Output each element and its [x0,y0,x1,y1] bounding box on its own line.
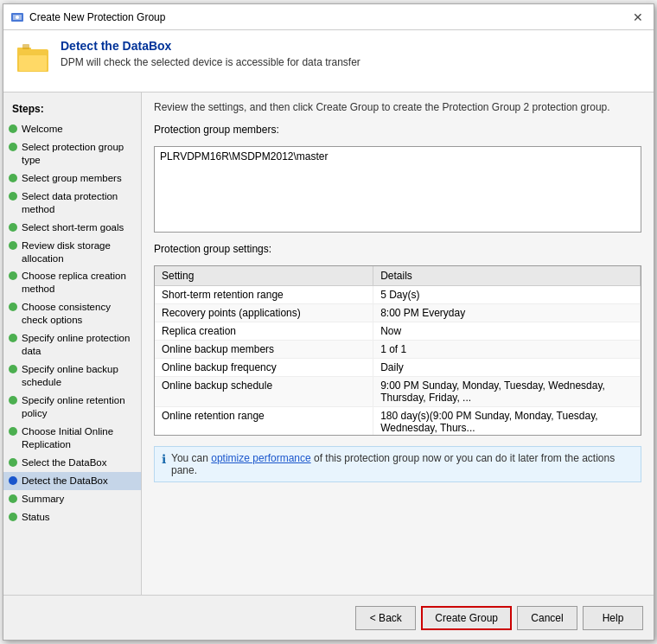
settings-row-details-3: 1 of 1 [373,341,641,359]
settings-row-details-4: Daily [373,359,641,377]
sidebar-item-online-backup-schedule[interactable]: Specify online backup schedule [3,360,141,392]
sidebar-item-label-welcome: Welcome [22,123,134,136]
title-bar-text: Create New Protection Group [29,11,165,23]
settings-row-details-2: Now [373,322,641,341]
sidebar-item-label-select-databox: Select the DataBox [22,456,134,469]
dot-group-members [9,174,17,182]
settings-row-details-1: 8:00 PM Everyday [373,304,641,322]
info-bar: ℹ You can optimize performance of this p… [154,446,641,482]
sidebar-item-select-databox[interactable]: Select the DataBox [3,454,141,472]
sidebar-item-label-replica: Choose replica creation method [22,270,134,296]
dot-online-backup-schedule [9,365,17,373]
dot-online-protection [9,334,17,342]
title-bar-left: Create New Protection Group [10,10,165,24]
sidebar-item-label-group-type: Select protection group type [22,141,134,167]
settings-row-setting-3: Online backup members [155,341,373,359]
sidebar-item-welcome[interactable]: Welcome [3,120,141,138]
info-text: You can optimize performance of this pro… [171,452,634,476]
footer: < Back Create Group Cancel Help [3,595,654,640]
members-value: PLRVDPM16R\MSDPM2012\master [160,150,328,163]
svg-rect-7 [22,44,29,49]
main-content: Steps: Welcome Select protection group t… [3,92,654,595]
members-label: Protection group members: [154,124,641,136]
sidebar-item-group-type[interactable]: Select protection group type [3,138,141,169]
svg-point-2 [16,16,19,19]
sidebar-item-detect-databox[interactable]: Detect the DataBox [3,472,141,490]
sidebar-item-status[interactable]: Status [3,508,141,526]
sidebar-item-label-consistency: Choose consistency check options [22,301,134,327]
sidebar-item-label-detect-databox: Detect the DataBox [22,475,134,488]
cancel-button[interactable]: Cancel [517,606,577,630]
sidebar-item-label-short-term: Select short-term goals [22,221,134,234]
settings-table: Setting Details Short-term retention ran… [155,266,641,435]
info-icon: ℹ [162,452,166,466]
sidebar-item-data-protection[interactable]: Select data protection method [3,188,141,219]
header-description: DPM will check the selected device is ac… [61,56,360,68]
header-section: Detect the DataBox DPM will check the se… [3,30,654,92]
dot-group-type [9,143,17,151]
sidebar-item-label-group-members: Select group members [22,172,134,185]
members-box: PLRVDPM16R\MSDPM2012\master [154,146,641,233]
dot-detect-databox [9,476,17,485]
app-icon [10,10,24,24]
dot-select-databox [9,458,17,467]
dot-welcome [9,124,17,133]
dot-disk-storage [9,241,17,250]
settings-row-setting-5: Online backup schedule [155,377,373,407]
sidebar-item-consistency[interactable]: Choose consistency check options [3,298,141,329]
col-setting: Setting [155,266,373,286]
settings-outer: Setting Details Short-term retention ran… [154,265,641,436]
close-button[interactable]: ✕ [629,11,647,23]
svg-rect-6 [19,55,47,71]
dot-summary [9,494,17,503]
sidebar-item-online-protection[interactable]: Specify online protection data [3,329,141,360]
sidebar: Steps: Welcome Select protection group t… [3,92,142,595]
help-button[interactable]: Help [583,606,643,630]
settings-row-details-6: 180 day(s)(9:00 PM Sunday, Monday, Tuesd… [373,407,641,436]
sidebar-item-disk-storage[interactable]: Review disk storage allocation [3,237,141,268]
sidebar-item-label-data-protection: Select data protection method [22,190,134,216]
steps-label: Steps: [3,99,141,120]
sidebar-item-label-online-backup-schedule: Specify online backup schedule [22,363,134,389]
create-group-button[interactable]: Create Group [421,606,512,630]
content-area: Review the settings, and then click Crea… [142,92,654,595]
settings-label: Protection group settings: [154,243,641,255]
sidebar-item-replica[interactable]: Choose replica creation method [3,267,141,298]
sidebar-item-label-initial-online: Choose Initial Online Replication [22,425,134,451]
dot-replica [9,271,17,280]
settings-row-setting-2: Replica creation [155,322,373,341]
settings-row-details-0: 5 Day(s) [373,286,641,304]
content-intro: Review the settings, and then click Crea… [154,101,641,113]
dialog: Create New Protection Group ✕ Detect the… [3,3,654,641]
optimize-performance-link[interactable]: optimize performance [211,452,310,464]
settings-row-setting-4: Online backup frequency [155,359,373,377]
sidebar-item-label-summary: Summary [22,493,134,506]
folder-icon [16,41,50,75]
sidebar-item-group-members[interactable]: Select group members [3,169,141,188]
sidebar-item-online-retention[interactable]: Specify online retention policy [3,392,141,423]
sidebar-item-label-status: Status [22,511,134,524]
info-text-before: You can [171,452,211,464]
dot-online-retention [9,396,17,405]
col-details: Details [373,266,641,286]
dot-data-protection [9,192,17,201]
dot-initial-online [9,427,17,436]
sidebar-item-label-online-retention: Specify online retention policy [22,394,134,420]
dot-status [9,513,17,521]
dot-consistency [9,303,17,311]
sidebar-item-label-online-protection: Specify online protection data [22,332,134,358]
settings-row-setting-6: Online retention range [155,407,373,436]
sidebar-item-short-term[interactable]: Select short-term goals [3,219,141,237]
sidebar-item-initial-online[interactable]: Choose Initial Online Replication [3,423,141,454]
sidebar-item-summary[interactable]: Summary [3,490,141,508]
settings-row-details-5: 9:00 PM Sunday, Monday, Tuesday, Wednesd… [373,377,641,407]
title-bar: Create New Protection Group ✕ [3,4,654,30]
dot-short-term [9,223,17,232]
header-title: Detect the DataBox [61,39,360,53]
settings-row-setting-0: Short-term retention range [155,286,373,304]
sidebar-item-label-disk-storage: Review disk storage allocation [22,239,134,265]
header-text: Detect the DataBox DPM will check the se… [61,39,360,68]
settings-row-setting-1: Recovery points (applications) [155,304,373,322]
back-button[interactable]: < Back [355,606,416,630]
settings-inner[interactable]: Setting Details Short-term retention ran… [155,266,641,435]
